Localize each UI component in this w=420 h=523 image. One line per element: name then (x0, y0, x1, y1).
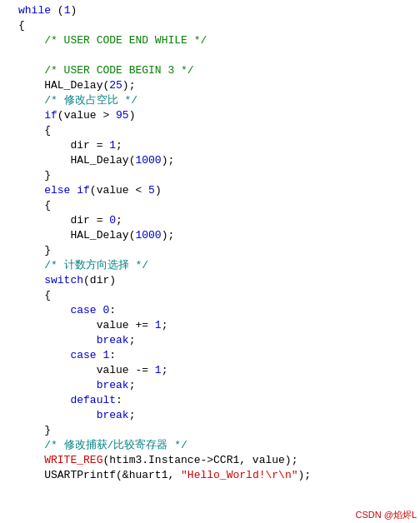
kw-token: if (44, 109, 58, 122)
line-content: switch(dir) (18, 273, 417, 288)
code-line: /* 修改占空比 */ (0, 93, 420, 108)
kw-token: default (70, 394, 116, 406)
line-content: /* 修改捕获/比较寄存器 */ (18, 438, 417, 453)
line-content: case 0: (18, 303, 417, 318)
plain-token: ; (162, 319, 168, 331)
plain-token: ); (298, 469, 312, 481)
code-line: while (1) (0, 3, 420, 18)
watermark: CSDN @焰烬L (355, 509, 417, 521)
kw-token: switch (44, 274, 83, 286)
line-content: } (18, 423, 417, 438)
plain-token: ) (129, 109, 136, 122)
comment-cn-token: /* 修改占空比 */ (44, 94, 138, 107)
code-line: } (0, 243, 420, 258)
plain-token: value -= (97, 364, 155, 376)
code-line: { (0, 198, 420, 213)
line-content: } (18, 243, 417, 258)
code-lines: while (1){ /* USER CODE END WHILE */ /* … (0, 3, 420, 483)
kw-token: break (97, 334, 129, 346)
code-line: case 0: (0, 303, 420, 318)
code-line: } (0, 423, 420, 438)
line-content: { (18, 288, 417, 303)
line-content: { (18, 198, 417, 213)
line-content: HAL_Delay(1000); (18, 228, 417, 243)
line-content: HAL_Delay(25); (18, 78, 417, 93)
code-line: switch(dir) (0, 273, 420, 288)
code-line: } (0, 168, 420, 183)
num-token: 1000 (135, 229, 161, 242)
plain-token: ; (116, 139, 122, 152)
code-editor: while (1){ /* USER CODE END WHILE */ /* … (0, 0, 420, 523)
line-content: /* 计数方向选择 */ (18, 258, 417, 273)
kw-token: while (18, 4, 51, 17)
comment-token: /* USER CODE BEGIN 3 */ (44, 64, 193, 77)
num-token: 5 (148, 184, 155, 197)
kw-token: else (44, 184, 70, 197)
plain-token: &huart1, (122, 469, 181, 481)
kw-token: if (77, 184, 90, 197)
code-line: else if(value < 5) (0, 183, 420, 198)
kw-token: break (97, 409, 129, 421)
line-content: /* USER CODE END WHILE */ (18, 33, 417, 48)
code-line: dir = 0; (0, 213, 420, 228)
plain-token: ) (70, 4, 77, 17)
line-content: case 1: (18, 348, 417, 363)
plain-token: } (44, 424, 51, 436)
code-line: USARTPrintf(&huart1, "Hello_World!\r\n")… (0, 468, 420, 483)
line-content: } (18, 168, 417, 183)
code-line: value += 1; (0, 318, 420, 333)
code-line: /* 计数方向选择 */ (0, 258, 420, 273)
plain-token: HAL_Delay( (70, 154, 135, 167)
num-token: 25 (109, 79, 122, 92)
kw-token: case (70, 349, 96, 361)
plain-token: ) (155, 184, 162, 197)
plain-token: HAL_Delay( (70, 229, 135, 242)
str-token: "Hello_World!\r\n" (181, 469, 298, 481)
kw-token: break (97, 379, 129, 391)
num-token: 1 (109, 139, 116, 152)
plain-token: ( (51, 4, 64, 17)
line-content: default: (18, 393, 417, 408)
plain-token: ; (129, 334, 136, 346)
code-line: { (0, 123, 420, 138)
line-content: while (1) (18, 3, 417, 18)
line-content: if(value > 95) (18, 108, 417, 123)
line-content: WRITE_REG(htim3.Instance->CCR1, value); (18, 453, 417, 468)
code-line: if(value > 95) (0, 108, 420, 123)
line-content: dir = 1; (18, 138, 417, 153)
num-token: 95 (116, 109, 129, 122)
code-line: /* USER CODE BEGIN 3 */ (0, 63, 420, 78)
code-line: HAL_Delay(25); (0, 78, 420, 93)
line-content: { (18, 123, 417, 138)
line-content: break; (18, 378, 417, 393)
plain-token: (htim3.Instance->CCR1, value); (102, 454, 298, 466)
comment-cn-token: /* 修改捕获/比较寄存器 */ (44, 439, 188, 451)
line-content: break; (18, 408, 417, 423)
comment-cn-token: /* 计数方向选择 */ (44, 259, 148, 271)
num-token: 0 (109, 214, 116, 227)
plain-token: dir = (70, 139, 109, 152)
line-content: dir = 0; (18, 213, 417, 228)
macro-token: WRITE_REG (44, 454, 102, 466)
code-line: WRITE_REG(htim3.Instance->CCR1, value); (0, 453, 420, 468)
line-content: /* USER CODE BEGIN 3 */ (18, 63, 417, 78)
line-content: /* 修改占空比 */ (18, 93, 417, 108)
plain-token: USARTPrintf( (44, 469, 122, 481)
code-line (0, 48, 420, 63)
code-line: { (0, 18, 420, 33)
plain-token: : (116, 394, 122, 406)
num-token: 1 (155, 319, 162, 331)
code-line: HAL_Delay(1000); (0, 153, 420, 168)
plain-token: dir = (70, 214, 109, 227)
plain-token: (dir) (83, 274, 116, 286)
plain-token: { (44, 124, 51, 137)
line-content: break; (18, 333, 417, 348)
plain-token: ; (129, 379, 136, 391)
line-content: value += 1; (18, 318, 417, 333)
code-line: default: (0, 393, 420, 408)
line-content: HAL_Delay(1000); (18, 153, 417, 168)
code-line: HAL_Delay(1000); (0, 228, 420, 243)
code-line: value -= 1; (0, 363, 420, 378)
plain-token: } (44, 244, 51, 257)
plain-token: ; (162, 364, 168, 376)
